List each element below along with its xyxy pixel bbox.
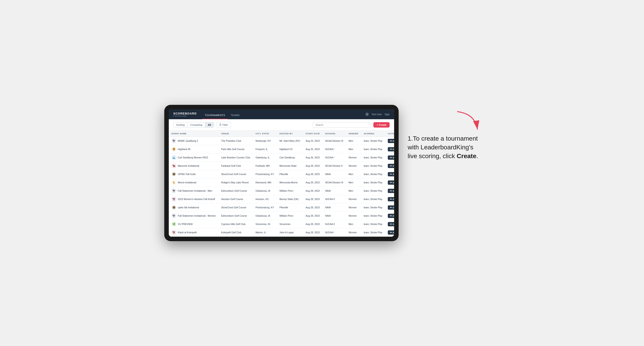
cell-start-date: Aug 28, 2023 (303, 162, 322, 170)
cell-hosted-by: Vincennes (277, 220, 303, 228)
edit-icon: ✏ (390, 198, 392, 200)
event-icon: 🦅 (172, 213, 176, 218)
nav-user: Test User (372, 113, 382, 116)
page-wrapper: SCOREBOARD Powered by Clippit TOURNAMENT… (164, 105, 480, 241)
cell-start-date: Aug 24, 2023 (303, 137, 322, 145)
cell-scoring: team, Stroke Play (361, 145, 385, 154)
cell-event-name: 🌿 VU PREVIEW (169, 220, 218, 228)
nav-logo: SCOREBOARD Powered by Clippit (173, 112, 197, 117)
cell-actions: ✏ Edit (385, 162, 394, 170)
cell-actions: ✏ Edit (385, 145, 394, 154)
edit-button[interactable]: ✏ Edit (388, 222, 394, 226)
cell-actions: ✏ Edit (385, 228, 394, 237)
cell-gender: Women (346, 162, 361, 170)
cell-start-date: Aug 25, 2023 (303, 145, 322, 154)
cell-scoring: team, Stroke Play (361, 228, 385, 237)
edit-icon: ✏ (390, 231, 392, 234)
cell-division: NAIA (322, 212, 346, 220)
cell-start-date: Aug 26, 2023 (303, 154, 322, 162)
cell-gender: Women (346, 203, 361, 212)
cell-hosted-by: William Penn (277, 212, 303, 220)
tab-all[interactable]: All (205, 122, 214, 127)
edit-icon: ✏ (390, 181, 392, 184)
cell-hosted-by: John A Logan (277, 228, 303, 237)
cell-division: NJCAA I (322, 145, 346, 154)
cell-hosted-by: Highland CC (277, 145, 303, 154)
cell-scoring: team, Stroke Play (361, 170, 385, 178)
cell-city-state: Faribault, MN (253, 162, 277, 170)
tab-competing[interactable]: Competing (188, 122, 205, 127)
create-button[interactable]: + Create (374, 122, 390, 128)
cell-division: NJCAA I (322, 154, 346, 162)
cell-scoring: team, Stroke Play (361, 178, 385, 187)
edit-button[interactable]: ✏ Edit (388, 230, 394, 235)
nav-right: ⚙ Test User Sign (365, 113, 390, 116)
cell-venue: Faribault Golf Club (218, 162, 252, 170)
edit-button[interactable]: ✏ Edit (388, 214, 394, 218)
cell-venue: Ruttger's Bay Lake Resort (218, 178, 252, 187)
cell-hosted-by: Minnesota State (277, 162, 303, 170)
cell-city-state: Deerwood, MN (253, 178, 277, 187)
cell-venue: Lake Bracken Country Club (218, 154, 252, 162)
filter-label: Filter (223, 124, 228, 126)
cell-scoring: team, Stroke Play (361, 195, 385, 203)
edit-button[interactable]: ✏ Edit (388, 197, 394, 201)
edit-button[interactable]: ✏ Edit (388, 172, 394, 176)
cell-hosted-by: Pikeville (277, 170, 303, 178)
create-label: + Create (376, 124, 386, 126)
cell-start-date: Aug 28, 2023 (303, 187, 322, 195)
event-name-text: UPIKE Fall Invite (178, 173, 196, 175)
search-input[interactable] (312, 122, 371, 128)
nav-tab-teams[interactable]: TEAMS (228, 114, 242, 119)
cell-actions: ✏ Edit (385, 170, 394, 178)
nav-sign[interactable]: Sign (385, 113, 390, 116)
table-header-row: EVENT NAME VENUE CITY, STATE HOSTED BY S… (169, 131, 394, 137)
table-row: 🌿 VU PREVIEW Cypress Hills Golf Club Vin… (169, 220, 394, 228)
filter-button[interactable]: ☰ Filter (216, 122, 231, 128)
cell-gender: Men (346, 220, 361, 228)
nav-tabs: TOURNAMENTS TEAMS (202, 109, 242, 119)
cell-scoring: team, Stroke Play (361, 137, 385, 145)
edit-button[interactable]: ✏ Edit (388, 164, 394, 168)
event-name-text: Highland 36 (178, 148, 190, 151)
event-name-text: Klash at Kokopelli (178, 231, 196, 234)
logo-main: SCOREBOARD (173, 112, 197, 115)
event-name-text: 2023 Women's Hesston Fall Kickoff (178, 198, 215, 200)
cell-gender: Men (346, 145, 361, 154)
edit-button[interactable]: ✏ Edit (388, 180, 394, 185)
table-row: 🦅 2023 Women's Hesston Fall Kickoff Hess… (169, 195, 394, 203)
edit-icon: ✏ (390, 215, 392, 217)
cell-city-state: Prestonsburg, KY (253, 170, 277, 178)
edit-button[interactable]: ✏ Edit (388, 205, 394, 210)
cell-venue: The Powelton Club (218, 137, 252, 145)
cell-event-name: 🦁 Highland 36 (169, 145, 218, 154)
event-icon: 🐻 (172, 172, 176, 176)
event-name-text: Maverick Invitational (178, 165, 199, 167)
cell-city-state: Freeport, IL (253, 145, 277, 154)
cell-venue: Kokopelli Golf Club (218, 228, 252, 237)
edit-button[interactable]: ✏ Edit (388, 139, 394, 143)
cell-division: NCAA Division III (322, 178, 346, 187)
edit-button[interactable]: ✏ Edit (388, 156, 394, 160)
cell-division: NJCAA I (322, 228, 346, 237)
event-name-text: Morris Invitational (178, 181, 196, 184)
cell-actions: ✏ Edit (385, 154, 394, 162)
nav-tab-tournaments[interactable]: TOURNAMENTS (202, 114, 228, 119)
cell-city-state: Vincennes, IN (253, 220, 277, 228)
table-row: 🦁 Highland 36 Park Hills Golf Course Fre… (169, 145, 394, 154)
event-name-text: Carl Sandburg Women FA23 (178, 156, 208, 159)
cell-city-state: Hesston, KS (253, 195, 277, 203)
cell-actions: ✏ Edit (385, 137, 394, 145)
edit-button[interactable]: ✏ Edit (388, 189, 394, 193)
tab-hosting[interactable]: Hosting (174, 122, 188, 127)
edit-button[interactable]: ✏ Edit (388, 147, 394, 151)
cell-actions: ✏ Edit (385, 220, 394, 228)
cell-event-name: 🐂 Maverick Invitational (169, 162, 218, 170)
cell-city-state: Oskaloosa, IA (253, 187, 277, 195)
settings-icon[interactable]: ⚙ (365, 113, 369, 116)
col-actions: ACTIONS (385, 131, 394, 137)
cell-division: NAIA (322, 187, 346, 195)
cell-actions: ✏ Edit (385, 212, 394, 220)
cell-scoring: team, Stroke Play (361, 154, 385, 162)
cell-event-name: 🦅 MSMC Qualifying 1 (169, 137, 218, 145)
